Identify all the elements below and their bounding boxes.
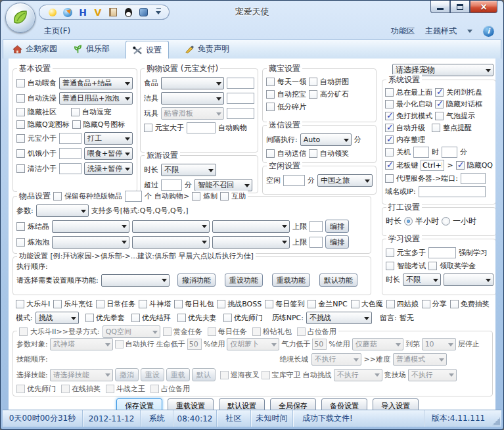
energy-item-dropdown[interactable]: 仅蘑菇 [352,338,403,350]
bath-item-dropdown[interactable]: 普通日用品+泡泡 [59,92,133,105]
bottom-button[interactable]: 全局保存 [270,398,316,410]
high-ore-checkbox[interactable] [309,90,317,99]
dnd-checkbox[interactable] [385,112,394,120]
skill-default-button[interactable]: 默认 [192,368,216,381]
mutual-checkbox[interactable] [220,192,229,201]
domain-ip-input[interactable] [419,186,486,197]
tab-penguin-home[interactable]: 企鹅家园 [12,43,57,59]
hide-qq-icon-checkbox[interactable] [72,120,81,129]
checkbox[interactable] [450,300,459,308]
idle-action-dropdown[interactable]: 中国之旅 [317,174,373,187]
toy-qty-input[interactable] [227,108,254,119]
reset-function-button[interactable]: 重设功能 [225,274,263,287]
travel-over-input[interactable] [161,179,182,191]
hide-qpet-icon-checkbox[interactable] [16,120,25,129]
bubble-dropdown-3[interactable] [212,236,290,249]
menu-theme-style[interactable]: 主题样式 [425,26,457,37]
hunger-action-dropdown[interactable]: 喂食+暂停 [84,147,133,160]
life-threshold-input[interactable] [187,339,202,350]
yuanbao-below-input[interactable] [59,133,81,144]
refine-crystal-checkbox[interactable] [16,222,25,231]
feature-checkbox-item[interactable]: 大乐斗I [16,299,50,309]
checkbox[interactable] [150,385,159,393]
difficulty-dropdown[interactable]: 普通模式 [393,353,447,366]
boss-key-input[interactable] [421,160,444,171]
skill-reset-button[interactable]: 重设 [141,368,164,381]
checkbox[interactable] [422,300,430,308]
proxy-port-input[interactable] [461,173,486,184]
cleaning-dropdown[interactable] [161,92,224,105]
priority-checkbox-item[interactable]: 优先师门 [223,313,263,323]
feature-checkbox-item[interactable]: 金兰NPC [308,299,348,309]
hunger-below-checkbox[interactable] [16,149,25,158]
priority-checkbox-item[interactable]: 优先夫妻 [177,313,217,323]
checkbox[interactable] [351,300,359,308]
reload-function-button[interactable]: 重载功能 [272,274,310,287]
floor-dropdown[interactable]: 10 [422,338,456,350]
dld2-extra-checkbox-item[interactable]: 占位备用 [150,384,190,394]
feature-checkbox-item[interactable]: 免费抽奖 [450,299,490,309]
bubble-dropdown-1[interactable] [52,236,129,249]
hunger-below-input[interactable] [59,148,81,159]
boss-key-checkbox[interactable] [385,161,394,170]
dld2-task-checkbox-item[interactable]: 粉钻礼包 [252,327,292,337]
default-function-button[interactable]: 默认功能 [319,274,357,287]
checkbox[interactable] [16,300,24,308]
scholarship-checkbox[interactable] [428,262,437,270]
info-icon[interactable]: i [483,26,494,37]
feature-checkbox-item[interactable]: 大色魔 [351,299,383,309]
crystal-dropdown-3[interactable] [212,220,290,233]
order-function-dropdown[interactable] [101,274,170,287]
param-dropdown[interactable] [36,204,89,217]
feature-checkbox-item[interactable]: 分享 [422,299,447,309]
checkbox[interactable] [386,300,395,308]
shutdown-hour-input[interactable] [413,147,429,158]
yuanbao-action-dropdown[interactable]: 打工 [84,132,133,145]
close-button[interactable]: × [470,1,497,13]
clean-below-checkbox[interactable] [16,164,25,173]
bottom-button[interactable]: 导入设置 [373,398,419,410]
dld2-checkbox[interactable] [19,327,28,336]
food-qty-input[interactable] [227,78,254,89]
auto-play-checkbox[interactable] [71,108,80,116]
crystal-arrange-button[interactable]: 编排 [325,220,349,233]
feature-checkbox-item[interactable]: 乐斗烹饪 [53,299,93,309]
yuanbao-below-checkbox[interactable] [16,134,25,143]
undo-function-button[interactable]: 撤消功能 [177,274,216,287]
auto-update-checkbox[interactable] [385,124,394,132]
skill-dropdown[interactable]: 请选择技能 [50,369,113,381]
cleaning-qty-input[interactable] [227,93,254,104]
auto-puzzle-checkbox[interactable] [309,78,317,86]
checkbox[interactable] [177,314,186,322]
toy-dropdown[interactable]: 酷睿滑板 [161,107,224,120]
daily-claim-checkbox[interactable] [266,78,275,86]
hour-remind-checkbox[interactable] [432,124,440,132]
priority-checkbox-item[interactable]: 优先拳套 [85,313,125,323]
skill-reload-button[interactable]: 重载 [166,368,190,381]
dld2-task-checkbox-item[interactable]: 占位备用 [297,327,336,337]
study-yuanbao-input[interactable] [428,247,456,258]
bottom-button[interactable]: 备份设置 [321,398,367,410]
checkbox[interactable] [16,385,25,393]
menu-home[interactable]: 主页(F) [44,26,70,37]
auto-exec-checkbox[interactable] [115,340,124,348]
hide-qq-checkbox[interactable] [456,161,465,170]
close-to-tray-checkbox[interactable] [435,88,444,97]
dld2-task-checkbox-item[interactable]: 赏金任务 [163,327,202,337]
checkbox[interactable] [174,300,183,308]
idle-minutes-input[interactable] [283,175,305,186]
feature-checkbox-item[interactable]: 挑战BOSS [217,299,262,309]
refine-bubble-checkbox[interactable] [16,238,25,247]
bubble-tip-checkbox[interactable] [435,112,444,120]
theme-dropdown-icon[interactable] [467,30,472,36]
keep-rare-count-input[interactable] [125,191,142,202]
yuanbao-above-checkbox[interactable] [144,124,152,132]
feature-checkbox-item[interactable]: 日常任务 [96,299,135,309]
checkbox[interactable] [252,327,261,336]
checkbox[interactable] [53,300,62,308]
feature-checkbox-item[interactable]: 斗神塔 [139,299,171,309]
skill-undo-button[interactable]: 撤消 [115,368,139,381]
tab-disclaimer[interactable]: 免责声明 [185,43,229,59]
tab-club[interactable]: 俱乐部 [73,43,110,59]
study-duration-dropdown[interactable]: 不限 [403,274,441,286]
